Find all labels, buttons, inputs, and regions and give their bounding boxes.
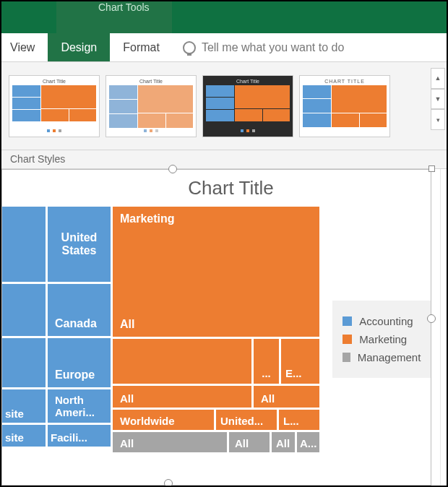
treemap-cell[interactable]: site: [2, 425, 46, 447]
selection-handle-right[interactable]: [427, 314, 436, 323]
legend-swatch: [343, 316, 352, 326]
treemap-cell[interactable]: [2, 284, 46, 336]
legend-item-management[interactable]: Management: [343, 351, 421, 363]
chart-style-2[interactable]: Chart Title: [105, 75, 197, 137]
treemap-cell[interactable]: All: [229, 432, 270, 452]
legend-item-marketing[interactable]: Marketing: [343, 333, 421, 345]
legend-label: Management: [358, 351, 421, 363]
treemap-cell[interactable]: All: [113, 386, 251, 408]
chart-style-4[interactable]: CHART TITLE: [299, 75, 390, 137]
chart-style-3[interactable]: Chart Title: [202, 75, 293, 137]
chart-styles-group-label: Chart Styles: [1, 150, 447, 169]
treemap-cell[interactable]: ...: [254, 339, 279, 384]
gallery-more[interactable]: ▾: [431, 109, 445, 130]
treemap-cell[interactable]: [2, 207, 46, 282]
tab-format[interactable]: Format: [110, 33, 173, 61]
tell-me-placeholder: Tell me what you want to do: [202, 41, 344, 54]
treemap-cell[interactable]: All: [113, 432, 227, 452]
treemap-cell[interactable]: All: [272, 432, 295, 452]
lightbulb-icon: [183, 41, 196, 54]
legend-label: Marketing: [359, 333, 407, 345]
selection-handle-top[interactable]: [168, 165, 177, 173]
treemap-cell[interactable]: Europe: [48, 338, 111, 387]
contextual-tab-chart-tools: Chart Tools: [56, 1, 172, 33]
treemap-cell[interactable]: Canada: [48, 284, 111, 336]
tell-me-search[interactable]: Tell me what you want to do: [173, 33, 344, 61]
treemap-cell[interactable]: United...: [216, 410, 277, 430]
legend-swatch: [343, 335, 352, 344]
chart-tools-label: Chart Tools: [56, 1, 172, 23]
gallery-scroll-down[interactable]: ▼: [431, 89, 445, 110]
titlebar-spacer: [1, 1, 56, 33]
gallery-scroll: ▲ ▼ ▾: [431, 68, 445, 130]
treemap-cell[interactable]: North Ameri...: [48, 389, 111, 423]
chart-object[interactable]: Chart Title United States Canada Europe: [1, 169, 431, 486]
treemap-cell[interactable]: L...: [279, 410, 319, 430]
gallery-scroll-up[interactable]: ▲: [431, 68, 445, 89]
title-bar: Chart Tools: [1, 1, 447, 33]
selection-handle-top-right[interactable]: [428, 165, 435, 172]
chart-body: United States Canada Europe site North A…: [2, 207, 431, 480]
tab-view[interactable]: View: [1, 33, 48, 61]
treemap-cell[interactable]: Worldwide: [113, 410, 214, 430]
ribbon-tabs: View Design Format Tell me what you want…: [1, 33, 447, 62]
treemap-cell[interactable]: [113, 339, 251, 384]
chart-styles-gallery: Chart Title Chart Title Chart Title CHAR…: [1, 62, 447, 150]
treemap-series-accounting: United States Canada Europe site North A…: [2, 207, 111, 480]
worksheet-canvas[interactable]: Chart Title United States Canada Europe: [1, 169, 447, 486]
legend-swatch: [343, 353, 350, 362]
treemap-cell[interactable]: United States: [48, 207, 111, 282]
treemap-cell[interactable]: Facili...: [48, 425, 111, 447]
legend-item-accounting[interactable]: Accounting: [343, 315, 421, 327]
legend-label: Accounting: [359, 315, 413, 327]
chart-title[interactable]: Chart Title: [2, 170, 431, 207]
treemap-cell[interactable]: site: [2, 389, 46, 423]
tab-design[interactable]: Design: [48, 33, 110, 61]
treemap-plot[interactable]: United States Canada Europe site North A…: [2, 207, 319, 480]
legend-box: Accounting Marketing Management: [332, 301, 431, 378]
treemap-cell[interactable]: [2, 338, 46, 387]
treemap-cell[interactable]: All: [254, 386, 319, 408]
treemap-series-marketing-management: Marketing All ... E... All All Worldwide: [113, 207, 319, 480]
treemap-cell[interactable]: Marketing All: [113, 207, 319, 337]
chart-style-1[interactable]: Chart Title: [9, 75, 100, 137]
chart-legend[interactable]: Accounting Marketing Management: [319, 207, 431, 480]
treemap-cell[interactable]: A...: [297, 432, 319, 452]
treemap-cell[interactable]: E...: [281, 339, 319, 384]
selection-handle-bottom[interactable]: [164, 479, 173, 487]
